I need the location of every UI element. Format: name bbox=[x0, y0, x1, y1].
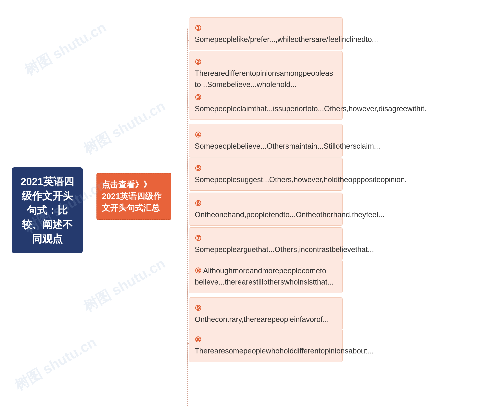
node-5-text: Somepeoplesuggest...Others,however,holdt… bbox=[195, 175, 407, 184]
node-4-num: ④ bbox=[195, 131, 201, 139]
node-6-text: Ontheonehand,peopletendto...Ontheotherha… bbox=[195, 210, 384, 219]
node-2-num: ② bbox=[195, 58, 201, 66]
node-7-text: Somepeoplearguethat...Others,incontrastb… bbox=[195, 245, 374, 254]
mid-node-label: 点击查看》》 2021英语四级作文开头句式汇总 bbox=[102, 180, 162, 212]
node-1-text: Somepeoplelike/prefer...,whileothersare/… bbox=[195, 35, 378, 43]
watermark-1: 树图 shutu.cn bbox=[21, 18, 110, 80]
main-node: 2021英语四级作文开头句式：比较、阐述不同观点 bbox=[12, 167, 83, 253]
right-node-6[interactable]: ⑥ Ontheonehand,peopletendto...Ontheother… bbox=[189, 192, 342, 226]
right-node-7[interactable]: ⑦ Somepeoplearguethat...Others,incontras… bbox=[189, 228, 342, 260]
node-4-text: Somepeoplebelieve...Othersmaintain...Sti… bbox=[195, 142, 380, 150]
node-9-num: ⑨ bbox=[195, 304, 201, 312]
node-5-num: ⑤ bbox=[195, 164, 201, 173]
right-node-9[interactable]: ⑨ Onthecontrary,therearepeopleinfavorof.… bbox=[189, 297, 342, 330]
node-9-text: Onthecontrary,therearepeopleinfavorof... bbox=[195, 315, 329, 324]
node-6-num: ⑥ bbox=[195, 199, 201, 208]
watermark-5: 树图 shutu.cn bbox=[11, 333, 100, 395]
node-8-text: Althoughmoreandmorepeoplecometo believe.… bbox=[195, 267, 334, 286]
right-node-5[interactable]: ⑤ Somepeoplesuggest...Others,however,hol… bbox=[189, 157, 342, 191]
watermark-2: 树图 shutu.cn bbox=[80, 96, 169, 158]
node-3-text: Somepeopleclaimthat...issuperiortoto...O… bbox=[195, 105, 426, 113]
right-node-3[interactable]: ③ Somepeopleclaimthat...issuperiortoto..… bbox=[189, 87, 342, 120]
node-8-num: ⑧ bbox=[195, 267, 201, 275]
main-node-label: 2021英语四级作文开头句式：比较、阐述不同观点 bbox=[20, 176, 74, 245]
node-10-num: ⑩ bbox=[195, 336, 201, 344]
right-node-1[interactable]: ① Somepeoplelike/prefer...,whileothersar… bbox=[189, 17, 342, 50]
watermark-4: 树图 shutu.cn bbox=[80, 254, 169, 316]
node-3-num: ③ bbox=[195, 93, 201, 102]
right-node-4[interactable]: ④ Somepeoplebelieve...Othersmaintain...S… bbox=[189, 124, 342, 157]
right-node-8[interactable]: ⑧ Althoughmoreandmorepeoplecometo believ… bbox=[189, 260, 342, 293]
node-2-text: Therearedifferentopinionsamongpeopleas t… bbox=[195, 69, 333, 89]
node-7-num: ⑦ bbox=[195, 234, 201, 242]
mid-node[interactable]: 点击查看》》 2021英语四级作文开头句式汇总 bbox=[96, 173, 171, 220]
node-10-text: Therearesomepeoplewhoholddifferentopinio… bbox=[195, 347, 373, 355]
node-1-num: ① bbox=[195, 24, 201, 32]
right-node-10[interactable]: ⑩ Therearesomepeoplewhoholddifferentopin… bbox=[189, 329, 342, 362]
